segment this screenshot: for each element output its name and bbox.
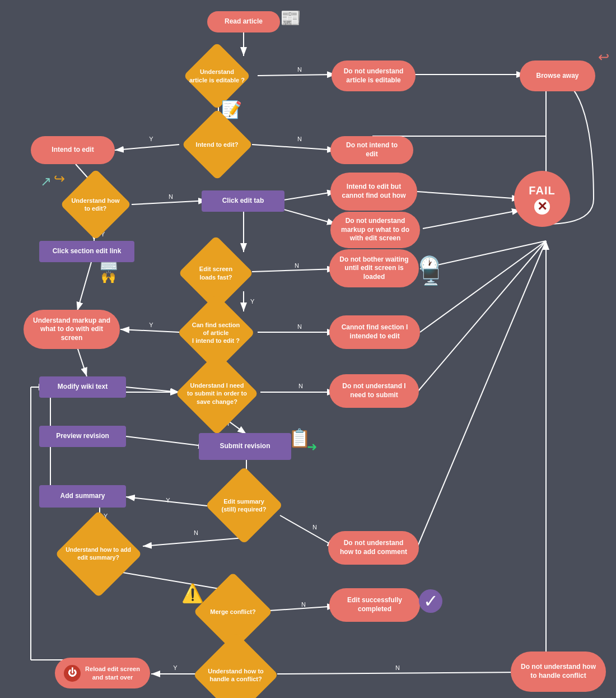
donot-bother-node: Do not bother waiting until edit screen … [329, 249, 419, 287]
merge-conflict-diamond: Merge conflict? [188, 587, 278, 636]
svg-line-28 [77, 262, 91, 311]
donot-intend-node: Do not intend to edit [330, 136, 413, 164]
intend-edit-label: Intend to edit [52, 146, 94, 155]
understand-submit-diamond: Understand I needto submit in order tosa… [171, 367, 263, 420]
edit-success-node: Edit successfully completed [329, 588, 420, 622]
intend-edit-cannot-label: Intend to edit but cannot find out how [339, 183, 408, 200]
svg-line-9 [252, 145, 336, 150]
donot-understand-comment-label: Do not understand how to add comment [337, 539, 410, 556]
donot-intend-label: Do not intend to edit [339, 141, 404, 159]
browse-away-label: Browse away [536, 72, 578, 81]
click-edit-tab-node: Click edit tab [202, 190, 284, 212]
arrows-layer: N Y N Y N N [0, 0, 616, 698]
cannot-find-label: Cannot find section I intended to edit [338, 323, 411, 341]
donot-understand-conflict-node: Do not understand how to handle conflict [511, 652, 606, 692]
can-find-section-diamond: Can find sectionof articleI intend to ed… [172, 308, 259, 357]
svg-line-22 [423, 210, 521, 229]
power-icon: ⏻ [64, 665, 81, 682]
click-edit-tab-label: Click edit tab [222, 197, 264, 206]
understand-add-summary-diamond: Understand how to addedit summary? [46, 529, 150, 579]
fail-x-icon: ✕ [534, 199, 550, 215]
edit-summary-req-diamond: Edit summary(still) required? [200, 481, 287, 530]
svg-text:N: N [312, 524, 317, 531]
svg-line-49 [143, 538, 244, 546]
checkmark-icon: ✓ [419, 589, 442, 613]
preview-revision-label: Preview revision [56, 432, 109, 441]
understand-conflict-diamond: Understand how tohandle a conflict? [188, 650, 283, 698]
svg-text:Y: Y [166, 497, 170, 504]
svg-text:Y: Y [250, 298, 255, 305]
submit-revision-node: Submit revision [199, 433, 291, 460]
add-summary-label: Add summary [60, 492, 105, 501]
read-article-node: Read article [207, 11, 280, 32]
read-article-label: Read article [225, 17, 263, 26]
svg-line-41 [126, 436, 207, 446]
svg-line-66 [277, 672, 521, 674]
submit-revision-label: Submit revision [220, 442, 270, 451]
intend-edit-node: Intend to edit [31, 136, 115, 164]
hands-icon: 🙌 [101, 270, 116, 285]
svg-text:N: N [395, 664, 400, 671]
svg-text:N: N [298, 383, 303, 389]
svg-line-23 [252, 269, 336, 272]
svg-text:N: N [297, 66, 302, 73]
click-section-label: Click section edit link [53, 247, 122, 256]
fail-node: FAIL ✕ [514, 171, 570, 227]
modify-wiki-label: Modify wiki text [58, 383, 108, 392]
donot-bother-label: Do not bother waiting until edit screen … [338, 255, 410, 282]
donot-understand-markup-node: Do not understand markup or what to do w… [330, 212, 420, 248]
arrows-icon: ↗ [40, 174, 52, 189]
donot-understand-submit-node: Do not understand I need to submit [329, 374, 419, 408]
svg-line-53 [417, 241, 546, 547]
browse-away-node: Browse away [520, 61, 595, 91]
svg-line-34 [77, 347, 87, 376]
svg-text:N: N [295, 262, 299, 269]
donot-understand-submit-label: Do not understand I need to submit [338, 382, 410, 399]
svg-line-19 [280, 192, 336, 201]
svg-text:N: N [169, 193, 173, 200]
svg-line-51 [280, 515, 336, 547]
svg-text:N: N [297, 136, 302, 142]
svg-text:Y: Y [173, 664, 178, 671]
reload-edit-content: ⏻ Reload edit screen and start over [64, 665, 141, 682]
svg-text:Y: Y [149, 136, 153, 142]
reload-edit-label: Reload edit screen and start over [84, 665, 141, 681]
svg-line-16 [132, 201, 207, 204]
svg-text:N: N [297, 323, 302, 330]
donot-understand-editable-label: Do not understand article is editable [340, 67, 407, 85]
cannot-find-node: Cannot find section I intended to edit [329, 315, 420, 349]
understand-editable-diamond: Understandarticle is editable ? [174, 55, 260, 97]
understand-markup-node: Understand markup and what to do with ed… [24, 310, 120, 349]
edit-success-label: Edit successfully completed [338, 596, 411, 613]
svg-text:Y: Y [149, 322, 153, 328]
understand-markup-label: Understand markup and what to do with ed… [32, 317, 111, 343]
monitor-icon: 🖥️ [421, 268, 441, 286]
svg-text:N: N [301, 601, 306, 608]
donot-understand-markup-label: Do not understand markup or what to do w… [339, 217, 411, 243]
donot-understand-comment-node: Do not understand how to add comment [328, 531, 419, 565]
svg-line-29 [120, 329, 179, 332]
intend-edit-diamond: Intend to edit? [174, 122, 260, 167]
svg-line-21 [417, 192, 521, 199]
preview-revision-node: Preview revision [39, 426, 126, 447]
donot-understand-editable-node: Do not understand article is editable [332, 61, 416, 91]
donot-understand-conflict-label: Do not understand how to handle conflict [520, 663, 597, 680]
browse-away-icon: ↩ [598, 49, 609, 65]
fail-label: FAIL [529, 183, 555, 198]
modify-wiki-node: Modify wiki text [39, 376, 126, 398]
click-section-node: Click section edit link [39, 241, 134, 262]
svg-text:N: N [194, 529, 198, 536]
reload-edit-node: ⏻ Reload edit screen and start over [55, 658, 150, 688]
arrow-right-icon: ➜ [307, 440, 317, 454]
svg-line-44 [126, 497, 207, 506]
edit-screen-loads-diamond: Edit screenloads fast? [172, 249, 259, 297]
svg-line-57 [269, 606, 336, 611]
intend-edit-cannot-node: Intend to edit but cannot find out how [330, 173, 417, 211]
add-summary-node: Add summary [39, 485, 126, 508]
svg-line-3 [258, 75, 336, 76]
svg-line-20 [280, 208, 336, 224]
svg-line-7 [115, 145, 179, 150]
understand-how-edit-diamond: Understand howto edit? [55, 182, 136, 227]
newspaper-icon: 📰 [280, 8, 301, 27]
flowchart: N Y N Y N N [0, 0, 616, 698]
